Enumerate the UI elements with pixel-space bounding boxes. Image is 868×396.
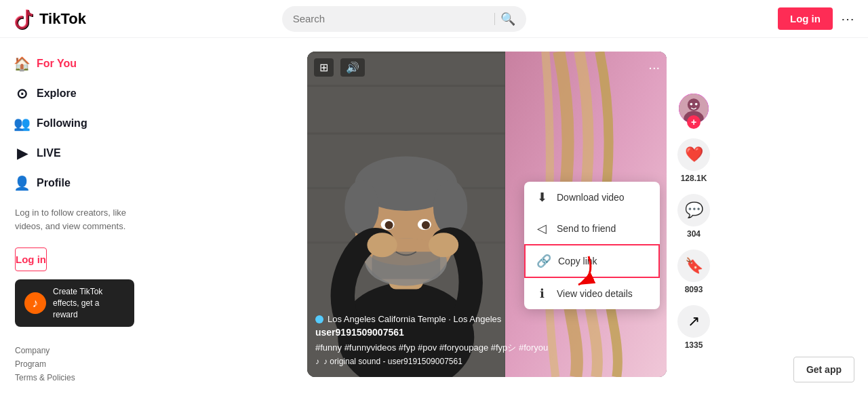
- like-button[interactable]: ❤️ 128.1K: [677, 138, 710, 183]
- login-button[interactable]: Log in: [778, 7, 833, 30]
- following-icon: 👥: [14, 115, 30, 132]
- main-content: ⊞ 🔊 ··· Los Angeles California Temple · …: [149, 38, 868, 396]
- sidebar-footer: Company Program Terms & Policies: [5, 335, 144, 396]
- video-hashtags: #funny #funnyvideos #fyp #pov #foryoupag…: [315, 342, 658, 354]
- search-divider: [494, 13, 495, 25]
- get-app-button[interactable]: Get app: [793, 357, 854, 382]
- comments-button[interactable]: 💬 304: [677, 194, 710, 239]
- video-actions: + ❤️ 128.1K 💬 304 🔖 8093 ↗ 1335: [677, 52, 710, 377]
- bookmark-count: 8093: [685, 285, 703, 294]
- sound-toggle-button[interactable]: 🔊: [340, 58, 365, 77]
- create-effects-label: Create TikTok effects, get a reward: [53, 286, 125, 320]
- info-icon: ℹ: [535, 286, 549, 301]
- sidebar-item-live[interactable]: ▶ LIVE: [5, 138, 144, 168]
- svg-point-10: [344, 180, 378, 235]
- flip-camera-button[interactable]: ⊞: [314, 58, 334, 77]
- menu-item-download[interactable]: ⬇ Download video: [524, 182, 660, 213]
- footer-terms[interactable]: Terms & Policies: [15, 373, 134, 382]
- svg-rect-1: [307, 52, 505, 54]
- header: TikTok 🔍 Log in ⋯: [0, 0, 868, 38]
- share-button[interactable]: ↗ 1335: [677, 305, 710, 350]
- creator-avatar[interactable]: +: [677, 92, 710, 125]
- profile-icon: 👤: [14, 175, 30, 191]
- arrow-indicator: [551, 250, 599, 297]
- video-controls-left: ⊞ 🔊: [314, 58, 365, 77]
- svg-point-29: [695, 103, 698, 106]
- share-icon: ↗: [677, 305, 710, 338]
- footer-company[interactable]: Company: [15, 346, 134, 355]
- logo-text: TikTok: [39, 10, 86, 28]
- search-icon-button[interactable]: 🔍: [500, 12, 515, 26]
- menu-item-send[interactable]: ◁ Send to friend: [524, 213, 660, 244]
- video-overlay-top: ⊞ 🔊 ···: [314, 58, 660, 77]
- header-right: Log in ⋯: [778, 7, 854, 30]
- svg-rect-3: [307, 132, 505, 134]
- sound-note-icon: ♪: [315, 357, 319, 366]
- sidebar-item-for-you[interactable]: 🏠 For You: [5, 49, 144, 79]
- location-icon: [315, 315, 323, 323]
- video-location: Los Angeles California Temple · Los Ange…: [315, 314, 658, 324]
- svg-point-11: [433, 180, 467, 235]
- video-username: user9191509007561: [315, 327, 658, 338]
- video-info-overlay: Los Angeles California Temple · Los Ange…: [315, 314, 658, 366]
- sidebar-label-live: LIVE: [37, 147, 61, 159]
- svg-point-15: [422, 221, 430, 229]
- svg-point-14: [385, 221, 393, 229]
- link-icon: 🔗: [536, 254, 550, 269]
- sidebar-item-explore[interactable]: ⊙ Explore: [5, 79, 144, 108]
- sidebar-item-profile[interactable]: 👤 Profile: [5, 168, 144, 198]
- sidebar-label-for-you: For You: [37, 58, 77, 70]
- sidebar: 🏠 For You ⊙ Explore 👥 Following ▶ LIVE 👤…: [0, 38, 149, 396]
- sidebar-login-button[interactable]: Log in: [15, 248, 47, 271]
- footer-program[interactable]: Program: [15, 359, 134, 369]
- sidebar-label-explore: Explore: [37, 87, 77, 100]
- svg-rect-2: [307, 85, 505, 87]
- search-bar: 🔍: [282, 6, 526, 32]
- svg-point-28: [690, 103, 693, 106]
- comment-count: 304: [687, 229, 701, 239]
- more-options-button[interactable]: ⋯: [841, 11, 854, 27]
- like-icon: ❤️: [677, 138, 710, 171]
- login-prompt-text: Log in to follow creators, like videos, …: [5, 198, 144, 241]
- sidebar-label-following: Following: [37, 117, 87, 130]
- effects-icon: ♪: [24, 292, 46, 314]
- video-more-button[interactable]: ···: [648, 60, 660, 75]
- like-count: 128.1K: [681, 174, 707, 183]
- explore-icon: ⊙: [14, 85, 30, 102]
- feed-container: ⊞ 🔊 ··· Los Angeles California Temple · …: [307, 52, 710, 377]
- bookmark-icon: 🔖: [677, 250, 710, 282]
- tiktok-logo-icon: [14, 8, 35, 30]
- download-icon: ⬇: [535, 190, 549, 205]
- live-icon: ▶: [14, 145, 30, 161]
- search-input[interactable]: [293, 13, 489, 24]
- svg-point-19: [367, 233, 397, 257]
- svg-point-20: [429, 233, 458, 257]
- video-sound: ♪ ♪ original sound - user9191509007561: [315, 357, 658, 366]
- sidebar-item-following[interactable]: 👥 Following: [5, 108, 144, 138]
- send-icon: ◁: [535, 221, 549, 236]
- create-effects-button[interactable]: ♪ Create TikTok effects, get a reward: [15, 279, 134, 327]
- bookmark-button[interactable]: 🔖 8093: [677, 250, 710, 294]
- follow-plus-icon: +: [687, 115, 701, 129]
- video-player[interactable]: ⊞ 🔊 ··· Los Angeles California Temple · …: [307, 52, 667, 377]
- logo-area: TikTok: [14, 8, 149, 30]
- sidebar-label-profile: Profile: [37, 177, 71, 189]
- comment-icon: 💬: [677, 194, 710, 226]
- share-count: 1335: [685, 340, 703, 350]
- home-icon: 🏠: [14, 56, 30, 72]
